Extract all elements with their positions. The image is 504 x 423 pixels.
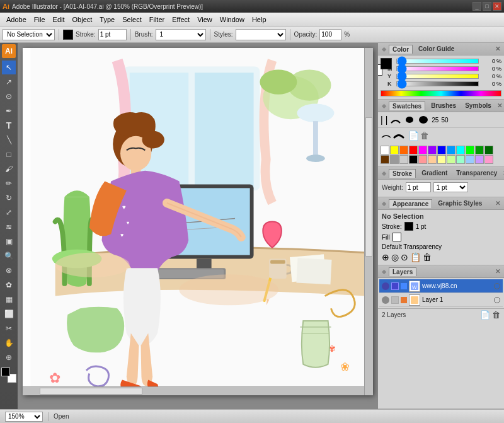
menu-object[interactable]: Object xyxy=(69,14,96,25)
artboard-tool[interactable]: ⬜ xyxy=(2,307,16,321)
pencil-tool[interactable]: ✏ xyxy=(2,177,16,190)
swatch-item-9[interactable] xyxy=(466,146,474,154)
swatch-item-2[interactable] xyxy=(399,146,408,154)
zoom-tool[interactable]: ⊕ xyxy=(2,351,16,364)
appearance-panel-close[interactable]: ✕ xyxy=(495,200,500,207)
cyan-slider[interactable] xyxy=(396,59,479,64)
swatch-item-10[interactable] xyxy=(475,146,484,154)
opacity-input[interactable] xyxy=(319,29,341,40)
swatches-tab[interactable]: Swatches xyxy=(389,101,425,110)
close-button[interactable]: ✕ xyxy=(493,2,501,11)
restore-button[interactable]: □ xyxy=(483,2,491,11)
horizontal-scrollbar[interactable] xyxy=(23,386,364,395)
graphic-styles-tab[interactable]: Graphic Styles xyxy=(435,199,485,207)
layer-row-vj88[interactable]: W www.vj88.cn xyxy=(379,279,503,293)
selection-dropdown[interactable]: No Selection xyxy=(3,29,55,40)
layer-target-layer1[interactable] xyxy=(494,297,500,303)
swatch-item-18[interactable] xyxy=(437,155,446,164)
swatch-item-1[interactable] xyxy=(390,146,399,154)
paintbrush-tool[interactable]: 🖌 xyxy=(2,162,16,176)
stroke-tab[interactable]: Stroke xyxy=(389,169,416,178)
swatch-item-15[interactable] xyxy=(409,155,418,164)
symbols-tab[interactable]: Symbols xyxy=(462,101,495,110)
layer-row-layer1[interactable]: Layer 1 xyxy=(379,293,503,307)
eyedropper-tool[interactable]: 🔍 xyxy=(2,249,16,263)
clear-appearance-icon[interactable]: ◎ xyxy=(391,252,399,262)
swatch-item-22[interactable] xyxy=(475,155,484,164)
brush-sample-2[interactable]: | xyxy=(386,115,388,125)
menu-edit[interactable]: Edit xyxy=(49,14,69,25)
scale-tool[interactable]: ⤢ xyxy=(2,206,16,219)
yellow-slider[interactable] xyxy=(396,74,479,79)
transparency-tab[interactable]: Transparency xyxy=(453,169,500,177)
stroke-color-swatch[interactable] xyxy=(63,30,73,40)
duplicate-item-icon[interactable]: 📋 xyxy=(410,252,421,262)
menu-window[interactable]: Window xyxy=(216,14,248,25)
swatch-item-12[interactable] xyxy=(381,155,389,164)
stroke-cap-select[interactable]: 1 pt xyxy=(433,182,468,192)
brushes-tab[interactable]: Brushes xyxy=(428,101,459,110)
new-brush-icon[interactable]: 📄 xyxy=(408,130,419,141)
layer-visibility-layer1[interactable] xyxy=(382,296,389,304)
menu-select[interactable]: Select xyxy=(118,14,146,25)
pen-tool[interactable]: ✒ xyxy=(2,104,16,118)
layers-panel-close[interactable]: ✕ xyxy=(495,268,500,275)
vertical-scroll-thumb[interactable] xyxy=(365,117,372,256)
layer-lock-vj88[interactable] xyxy=(391,282,399,290)
menu-filter[interactable]: Filter xyxy=(146,14,168,25)
minimize-button[interactable]: _ xyxy=(472,2,481,11)
hand-tool[interactable]: ✋ xyxy=(2,336,16,350)
new-layer-icon[interactable]: 📄 xyxy=(480,310,490,320)
line-tool[interactable]: ╲ xyxy=(2,133,16,147)
direct-selection-tool[interactable]: ↗ xyxy=(2,75,16,89)
stroke-app-swatch[interactable] xyxy=(404,222,413,231)
swatch-item-7[interactable] xyxy=(447,146,455,154)
color-spectrum-bar[interactable] xyxy=(381,90,501,96)
fg-color-swatch[interactable] xyxy=(1,368,10,376)
swatch-item-6[interactable] xyxy=(437,146,446,154)
layer-visibility-vj88[interactable] xyxy=(382,282,389,290)
vertical-scrollbar[interactable] xyxy=(364,48,373,395)
style-dropdown[interactable] xyxy=(236,29,286,40)
horizontal-scroll-thumb[interactable] xyxy=(40,388,142,395)
swatch-item-8[interactable] xyxy=(456,146,465,154)
delete-brush-icon[interactable]: 🗑 xyxy=(420,130,429,141)
menu-effect[interactable]: Effect xyxy=(168,14,193,25)
add-effect-icon[interactable]: ⊕ xyxy=(382,252,389,262)
brush-sample-4[interactable] xyxy=(404,115,415,124)
brush-sample-5[interactable] xyxy=(418,115,429,124)
gradient-tool[interactable]: ▣ xyxy=(2,235,16,248)
type-tool[interactable]: T xyxy=(2,119,16,132)
warp-tool[interactable]: ≋ xyxy=(2,220,16,234)
layer-target-vj88[interactable] xyxy=(494,283,500,289)
swatch-item-14[interactable] xyxy=(399,155,408,164)
swatch-item-13[interactable] xyxy=(390,155,399,164)
scissors-tool[interactable]: ✂ xyxy=(2,322,16,335)
delete-item-icon[interactable]: 🗑 xyxy=(423,252,432,262)
symbol-sprayer-tool[interactable]: ✿ xyxy=(2,278,16,292)
brush-stroke-2[interactable] xyxy=(393,131,404,140)
menu-file[interactable]: File xyxy=(30,14,49,25)
swatch-item-4[interactable] xyxy=(418,146,427,154)
delete-layer-icon[interactable]: 🗑 xyxy=(492,310,500,320)
reduce-to-basic-icon[interactable]: ⊙ xyxy=(401,252,408,262)
swatch-item-5[interactable] xyxy=(428,146,437,154)
foreground-color-swatch[interactable] xyxy=(381,58,392,69)
layer-lock-layer1[interactable] xyxy=(391,296,399,304)
blend-tool[interactable]: ⊗ xyxy=(2,264,16,277)
swatch-item-20[interactable] xyxy=(456,155,465,164)
rectangle-tool[interactable]: □ xyxy=(2,148,16,161)
rotate-tool[interactable]: ↻ xyxy=(2,191,16,205)
lasso-tool[interactable]: ⊙ xyxy=(2,90,16,103)
fill-app-swatch[interactable] xyxy=(392,233,401,241)
swatch-item-16[interactable] xyxy=(418,155,427,164)
selection-tool[interactable]: ↖ xyxy=(2,61,16,74)
color-tab[interactable]: Color xyxy=(389,45,413,54)
gradient-tab[interactable]: Gradient xyxy=(418,169,450,177)
menu-adobe[interactable]: Adobe xyxy=(3,14,30,25)
swatch-item-0[interactable] xyxy=(381,146,389,154)
appearance-tab[interactable]: Appearance xyxy=(389,199,432,208)
graph-tool[interactable]: ▦ xyxy=(2,293,16,306)
swatches-panel-close[interactable]: ✕ xyxy=(497,102,502,109)
menu-type[interactable]: Type xyxy=(96,14,118,25)
